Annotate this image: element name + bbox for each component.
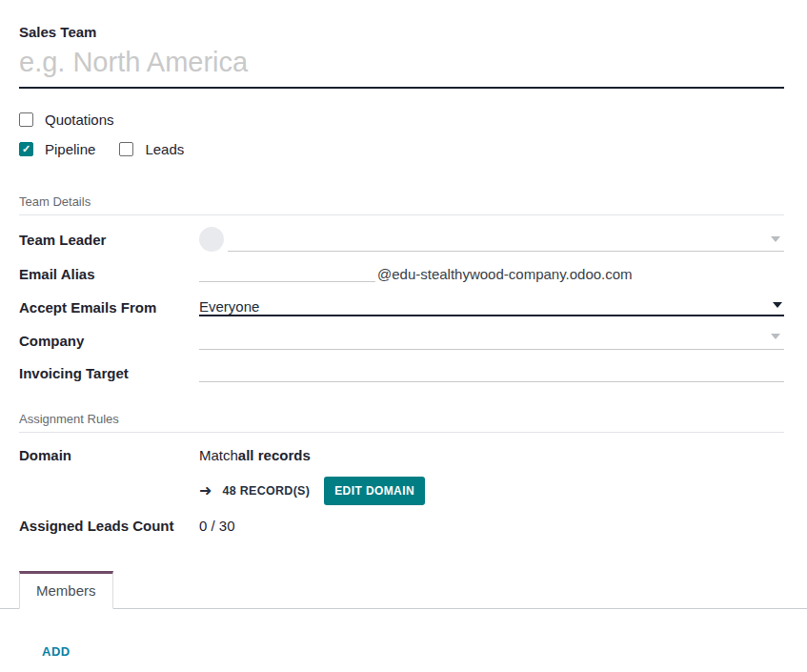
- accept-emails-from-value: Everyone: [199, 298, 259, 315]
- sales-team-field-label: Sales Team: [19, 24, 784, 41]
- invoicing-target-input[interactable]: [199, 365, 784, 382]
- email-alias-field: @edu-stealthywood-company.odoo.com: [199, 265, 784, 282]
- leads-checkbox[interactable]: [119, 142, 133, 156]
- edit-domain-button[interactable]: EDIT DOMAIN: [324, 477, 425, 505]
- avatar-placeholder: [199, 227, 224, 252]
- channel-checkbox-group: Quotations Pipeline Leads: [19, 110, 784, 158]
- pipeline-leads-row: Pipeline Leads: [19, 139, 784, 158]
- invoicing-target-row: Invoicing Target: [19, 362, 784, 384]
- company-input[interactable]: [199, 333, 784, 350]
- accept-emails-from-label: Accept Emails From: [19, 299, 199, 316]
- company-row: Company: [19, 329, 784, 353]
- sales-team-name-input[interactable]: [19, 43, 784, 89]
- team-leader-row: Team Leader: [19, 226, 784, 253]
- accept-emails-from-field: Everyone: [199, 298, 784, 316]
- quotations-checkbox[interactable]: [19, 112, 33, 127]
- domain-match-text: Match: [199, 447, 238, 463]
- assigned-leads-count-label: Assigned Leads Count: [19, 518, 199, 534]
- add-member-link[interactable]: ADD: [42, 644, 71, 659]
- assigned-leads-count-row: Assigned Leads Count 0 / 30: [19, 516, 784, 535]
- company-field: [199, 333, 784, 350]
- invoicing-target-field: [199, 365, 784, 382]
- quotations-label: Quotations: [45, 112, 114, 128]
- assigned-leads-count-field: 0 / 30: [199, 518, 784, 534]
- arrow-right-icon: ➜: [199, 483, 212, 499]
- accept-emails-from-row: Accept Emails From Everyone: [19, 295, 784, 319]
- chevron-down-icon[interactable]: [773, 302, 782, 308]
- records-count-link[interactable]: 48 RECORD(S): [222, 484, 310, 498]
- pipeline-label: Pipeline: [45, 141, 95, 157]
- domain-label: Domain: [19, 447, 199, 463]
- domain-records-row: ➜ 48 RECORD(S) EDIT DOMAIN: [199, 477, 784, 505]
- notebook: Members ADD: [0, 571, 807, 659]
- team-leader-field: [199, 227, 784, 252]
- tab-bar: Members: [0, 571, 807, 609]
- pipeline-checkbox[interactable]: [19, 142, 33, 156]
- team-details-section-title: Team Details: [19, 194, 784, 215]
- team-leader-input[interactable]: [228, 227, 784, 252]
- domain-match-records: all records: [238, 447, 311, 463]
- leads-label: Leads: [145, 141, 184, 157]
- accept-emails-from-select[interactable]: Everyone: [199, 298, 784, 316]
- chevron-down-icon[interactable]: [771, 236, 780, 242]
- assigned-leads-count-value: 0 / 30: [199, 518, 235, 534]
- email-alias-input[interactable]: [199, 265, 375, 282]
- chevron-down-icon[interactable]: [771, 334, 780, 339]
- team-leader-label: Team Leader: [19, 232, 199, 248]
- email-alias-row: Email Alias @edu-stealthywood-company.od…: [19, 262, 784, 285]
- email-alias-domain-suffix: @edu-stealthywood-company.odoo.com: [377, 266, 633, 282]
- tab-members[interactable]: Members: [19, 571, 113, 609]
- email-alias-label: Email Alias: [19, 266, 199, 282]
- quotations-row: Quotations: [19, 110, 784, 129]
- assignment-rules-section-title: Assignment Rules: [19, 412, 784, 433]
- domain-field: Match all records: [199, 447, 784, 463]
- sales-team-form: Sales Team Quotations Pipeline Leads Tea…: [0, 0, 807, 535]
- invoicing-target-label: Invoicing Target: [19, 365, 199, 381]
- company-label: Company: [19, 333, 199, 349]
- domain-row: Domain Match all records: [19, 445, 784, 464]
